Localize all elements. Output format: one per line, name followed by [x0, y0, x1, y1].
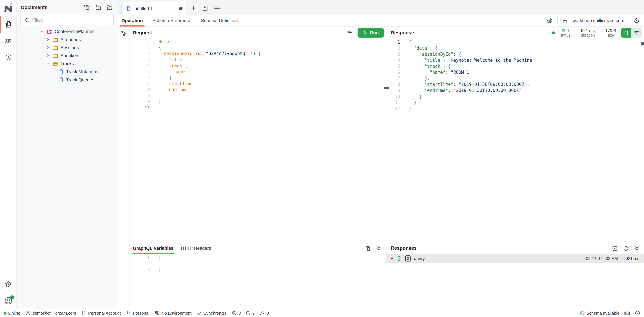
bullet-dot	[391, 258, 393, 259]
activity-schema-icon[interactable]	[0, 33, 17, 50]
separator	[600, 29, 600, 36]
chevron-right-icon[interactable]	[46, 45, 50, 50]
collapse-panel-icon[interactable]	[634, 245, 640, 252]
response-pane-title: Response	[391, 30, 414, 36]
documents-panel-title: Documents	[21, 5, 48, 10]
info-count[interactable]: 7	[246, 311, 255, 316]
response-time: 02:14:07.502 PM	[586, 256, 618, 261]
filter-input[interactable]	[32, 18, 110, 23]
filter-input-box[interactable]	[20, 14, 114, 26]
clear-responses-icon[interactable]	[623, 246, 629, 252]
online-dot-icon	[4, 312, 6, 315]
tab-http-headers[interactable]: HTTP Headers	[180, 242, 212, 254]
tree-item-track-mutations[interactable]: Track Mutations	[17, 68, 118, 76]
response-editor[interactable]: 1{2 "data": {3 "sessionById": {4 "title"…	[386, 39, 644, 242]
new-tab-plus-icon[interactable]	[190, 5, 197, 12]
new-folder-icon[interactable]	[95, 4, 101, 11]
connection-settings-gear-icon[interactable]: ⚙	[634, 17, 640, 24]
divider-drag-handle[interactable]	[384, 87, 389, 89]
tab-graphql-variables[interactable]: GraphQL Variables	[132, 242, 174, 254]
response-code: 1{2 "data": {3 "sessionById": {4 "title"…	[386, 39, 644, 112]
responses-panel-title: Responses	[391, 246, 417, 251]
profile-selector[interactable]: Personal	[126, 310, 150, 316]
workspace-selector[interactable]: Personal Account	[81, 310, 121, 316]
request-editor[interactable]: Run ▷ 1{2 sessionById(id: "U2Vzc2lvbgppM…	[130, 39, 386, 242]
response-pane-header: Response 200 status 621 ms duration 170 …	[386, 27, 644, 39]
scrollbar-thumb[interactable]	[641, 42, 644, 46]
terminal-icon[interactable]	[612, 246, 618, 252]
raw-json-view-button[interactable]: {}	[621, 28, 632, 38]
chevron-right-icon[interactable]	[46, 53, 50, 58]
variables-editor[interactable]: 1{23}	[130, 254, 386, 309]
search-icon	[24, 18, 30, 23]
refresh-icon[interactable]	[546, 18, 553, 24]
document-icon	[126, 6, 132, 12]
person-icon	[25, 310, 31, 316]
error-count[interactable]: 0	[232, 311, 241, 316]
chevron-down-icon[interactable]	[40, 29, 44, 34]
copy-document-icon[interactable]	[364, 246, 371, 252]
activity-history-icon[interactable]	[0, 49, 17, 66]
tab-label: untitled 1	[134, 6, 176, 11]
operations-flow-icon[interactable]	[120, 30, 126, 309]
tab-schema-definition[interactable]: Schema Definition	[200, 15, 240, 26]
warning-triangle-icon	[260, 311, 265, 316]
tab-untitled-1[interactable]: untitled 1	[122, 2, 187, 15]
keyboard-shortcuts-icon[interactable]	[624, 310, 630, 316]
run-lens[interactable]: Run ▷	[158, 40, 170, 44]
run-button-label: Run	[370, 30, 379, 36]
separator	[629, 17, 629, 24]
chevron-right-icon[interactable]	[46, 37, 50, 42]
run-button[interactable]: Run	[358, 28, 384, 38]
api-folder-icon	[46, 28, 53, 34]
tree-item-speakers[interactable]: Speakers	[17, 52, 118, 60]
structured-view-button[interactable]	[632, 28, 642, 38]
online-status[interactable]: Online	[4, 311, 20, 316]
collapse-panel-icon[interactable]	[376, 245, 382, 252]
help-icon[interactable]	[634, 310, 640, 316]
response-view-toggle[interactable]: {}	[621, 28, 642, 38]
save-icon[interactable]	[202, 5, 208, 12]
document-icon	[58, 69, 64, 75]
account-avatar-icon[interactable]	[0, 292, 17, 309]
tree-item-sessions[interactable]: Sessions	[17, 44, 118, 52]
tree-item-conferenceplanner[interactable]: ConferencePlanner	[17, 28, 118, 36]
duration-value: 621 ms	[581, 28, 595, 33]
response-history-row[interactable]: Q query 02:14:07.502 PM 621 ms	[386, 254, 644, 263]
format-document-icon[interactable]	[347, 30, 353, 36]
tree-item-track-queries[interactable]: Track Queries	[17, 76, 118, 84]
folder-icon	[52, 44, 58, 51]
tab-schema-reference[interactable]: Schema Reference	[151, 15, 193, 26]
success-check-icon	[396, 256, 402, 261]
activity-documents-icon[interactable]	[0, 16, 17, 33]
tree-item-tracks[interactable]: Tracks	[17, 60, 118, 68]
tree-item-attendees[interactable]: Attendees	[17, 36, 118, 44]
status-code: 200	[562, 28, 569, 33]
synchronize-button[interactable]: Synchronize	[196, 310, 227, 316]
settings-gear-icon[interactable]: ⚙	[0, 276, 17, 293]
request-side-strip	[118, 27, 130, 309]
branch-icon	[126, 310, 131, 316]
document-icon	[58, 77, 64, 83]
response-duration: 621 ms	[626, 256, 639, 261]
new-api-icon[interactable]	[106, 4, 113, 11]
tab-operation[interactable]: Operation	[120, 15, 144, 26]
operation-toolbar: Operation Schema Reference Schema Defini…	[118, 15, 644, 27]
sync-icon	[196, 310, 202, 316]
new-document-icon[interactable]	[84, 4, 90, 11]
status-stat: 200 status	[560, 28, 570, 38]
organization-icon	[81, 310, 86, 316]
activity-bar: ⚙	[0, 0, 17, 309]
signed-in-account[interactable]: demo@chillicream.com	[25, 310, 76, 316]
schema-status[interactable]: Schema available	[580, 310, 620, 316]
more-icon[interactable]	[213, 4, 221, 12]
indent-guide	[42, 36, 42, 84]
status-bar: Online demo@chillicream.com Personal Acc…	[0, 309, 644, 317]
endpoint-host[interactable]: workshop.chillicream.com	[572, 18, 624, 23]
environment-selector[interactable]: No Environment	[154, 310, 192, 316]
unsaved-dot	[179, 7, 182, 10]
duration-stat: 621 ms duration	[581, 28, 595, 38]
warning-count[interactable]: 0	[260, 311, 269, 316]
variables-panel-header: GraphQL Variables HTTP Headers	[130, 242, 386, 254]
chevron-down-icon[interactable]	[46, 62, 50, 66]
